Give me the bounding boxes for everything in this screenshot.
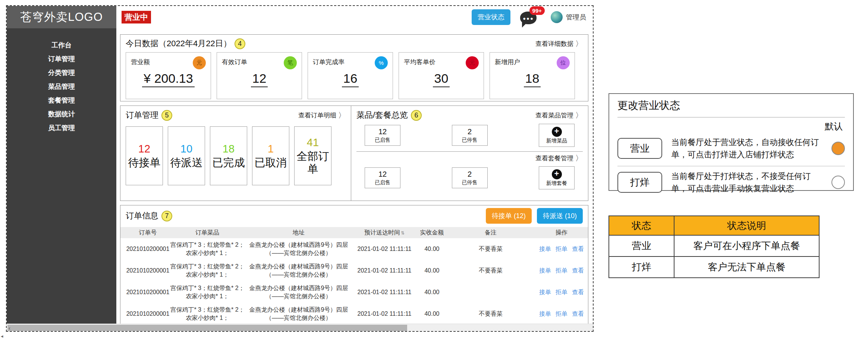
- view-order-link[interactable]: 查看: [572, 311, 584, 317]
- order-status-card[interactable]: 18 已完成: [210, 126, 247, 185]
- order-no: 2021010200001: [120, 238, 170, 260]
- order-address: 金燕龙办公楼（建材城西路9号）四层 （——宾馆北侧办公楼）: [245, 238, 353, 260]
- stat-card: 有效订单 笔 12: [217, 52, 302, 99]
- view-dish-management-link[interactable]: 查看菜品管理: [535, 110, 583, 120]
- order-status-card[interactable]: 1 已取消: [252, 126, 289, 185]
- sidebar-menu: 工作台 订单管理 分类管理 菜品管理 套餐管理 数据统计 员工管理: [7, 38, 116, 135]
- orders-table: 订单号 订单菜品 地址 预计送达时间⇅ 实收金额 备注 操作: [120, 227, 588, 324]
- status-col-header: 状态: [609, 216, 674, 235]
- status-description: 客户无法下单点餐: [674, 256, 819, 278]
- horizontal-scrollbar[interactable]: [7, 324, 593, 332]
- order-dishes: 宫保鸡丁* 3；红烧带鱼* 2；农家小炒肉* 1；: [170, 260, 245, 281]
- status-legend-table: 状态 状态说明 营业 客户可在小程序下单点餐 打烊 客户无法下单点餐: [608, 215, 820, 278]
- content: 今日数据（2022年4月22日） 4 查看详细数据 营业额 元: [116, 28, 593, 324]
- order-dishes: 宫保鸡丁* 3；红烧带鱼* 2；农家小炒肉* 1；: [170, 303, 245, 324]
- order-status-card[interactable]: 10 待派送: [168, 126, 205, 185]
- today-data-title: 今日数据（2022年4月22日）: [126, 38, 232, 49]
- dish-stat-value: 12: [378, 128, 387, 136]
- unit-icon: 位: [557, 56, 570, 69]
- unit-icon: 元: [193, 56, 206, 69]
- sidebar-item[interactable]: 订单管理: [7, 52, 116, 66]
- col-actions: 操作: [534, 227, 588, 238]
- sidebar-item[interactable]: 分类管理: [7, 66, 116, 79]
- business-status-button[interactable]: 营业状态: [472, 9, 510, 25]
- add-combo-button[interactable]: 新增套餐: [539, 166, 575, 189]
- overview-title: 菜品/套餐总览: [356, 110, 408, 121]
- reject-order-link[interactable]: 拒单: [556, 289, 567, 295]
- stat-card: 营业额 元 ¥ 200.13: [126, 52, 211, 99]
- order-filter-button[interactable]: 待接单 (12): [486, 208, 532, 224]
- middle-section: 订单管理 5 查看订单明细 12 待接单: [120, 106, 588, 201]
- topbar: 营业中 营业状态 ●●● 99+ 管理员: [116, 6, 593, 28]
- status-option-button[interactable]: 打烊: [617, 172, 662, 193]
- view-detail-data-link[interactable]: 查看详细数据: [535, 39, 583, 49]
- accept-order-link[interactable]: 接单: [539, 267, 551, 274]
- order-eta: 2021-01-02 11:11:11: [353, 303, 416, 324]
- scrollbar-thumb[interactable]: [7, 325, 407, 332]
- stat-value: 12: [251, 71, 268, 87]
- order-status-label: 全部订单: [295, 150, 331, 175]
- dish-stat-label: 已停售: [462, 137, 478, 144]
- step-badge-7: 7: [161, 211, 172, 221]
- order-row: 2021010200001 宫保鸡丁* 3；红烧带鱼* 2；农家小炒肉* 1； …: [120, 238, 588, 260]
- sidebar-item[interactable]: 套餐管理: [7, 93, 116, 107]
- accept-order-link[interactable]: 接单: [539, 289, 551, 295]
- stat-label: 平均客单价: [404, 56, 435, 66]
- order-eta: 2021-01-02 11:11:11: [353, 260, 416, 281]
- sidebar-item[interactable]: 工作台: [7, 38, 116, 52]
- order-filter-button[interactable]: 待派送 (10): [537, 208, 583, 224]
- change-status-title: 更改营业状态: [617, 98, 845, 117]
- status-legend-header-row: 状态 状态说明: [609, 216, 819, 235]
- view-combo-management-link[interactable]: 查看套餐管理: [535, 153, 583, 163]
- status-radio[interactable]: [831, 142, 845, 155]
- accept-order-link[interactable]: 接单: [539, 311, 551, 317]
- chevron-right-icon: [575, 110, 583, 120]
- order-actions: 接单拒单查看: [534, 238, 588, 260]
- today-cards: 营业额 元 ¥ 200.13 有效订单 笔: [126, 52, 583, 99]
- view-order-link[interactable]: 查看: [572, 246, 584, 252]
- plus-icon: [552, 127, 562, 137]
- accept-order-link[interactable]: 接单: [539, 246, 551, 252]
- sidebar-item[interactable]: 数据统计: [7, 107, 116, 121]
- order-eta: 2021-01-02 11:11:11: [353, 238, 416, 260]
- stat-label: 营业额: [131, 56, 150, 66]
- add-dish-button[interactable]: 新增菜品: [539, 124, 575, 147]
- reject-order-link[interactable]: 拒单: [556, 311, 567, 317]
- order-management-section: 订单管理 5 查看订单明细 12 待接单: [120, 106, 351, 201]
- order-count: 18: [223, 143, 235, 155]
- status-option-button[interactable]: 营业: [617, 138, 662, 159]
- scroll-left-arrow-icon[interactable]: [9, 325, 10, 331]
- view-order-detail-link[interactable]: 查看订单明细: [298, 110, 346, 120]
- reject-order-link[interactable]: 拒单: [556, 267, 567, 274]
- col-dishes: 订单菜品: [170, 227, 245, 238]
- order-remark: 不要香菜: [448, 260, 534, 281]
- user-menu[interactable]: 管理员: [551, 11, 586, 23]
- status-option-row: 打烊 当前餐厅处于打烊状态，不接受任何订单，可点击营业手动恢复营业状态: [617, 166, 845, 200]
- sidebar: 苍穹外卖LOGO 工作台 订单管理 分类管理 菜品管理 套餐管理 数据统计 员工…: [7, 6, 116, 324]
- change-status-panel: 更改营业状态 默认 营业 当前餐厅处于营业状态，自动接收任何订单，可点击打烊进入…: [608, 93, 854, 191]
- reject-order-link[interactable]: 拒单: [556, 246, 567, 252]
- stat-value: 18: [524, 71, 541, 87]
- messages-icon[interactable]: ●●● 99+: [520, 9, 537, 25]
- avatar: [551, 11, 563, 23]
- sort-icon[interactable]: ⇅: [401, 230, 405, 236]
- col-eta[interactable]: 预计送达时间⇅: [353, 227, 416, 238]
- order-row: 2021010200001 宫保鸡丁* 3；红烧带鱼* 2；农家小炒肉* 1； …: [120, 260, 588, 281]
- combo-stat-label: 已启售: [375, 179, 390, 186]
- sidebar-item[interactable]: 菜品管理: [7, 79, 116, 93]
- sidebar-item[interactable]: 员工管理: [7, 121, 116, 135]
- status-legend-row: 营业 客户可在小程序下单点餐: [609, 235, 819, 256]
- stat-label: 订单完成率: [313, 56, 345, 66]
- page-scroll-left-arrow-icon[interactable]: [1, 333, 3, 339]
- order-count: 41: [307, 136, 319, 149]
- order-actions: 接单拒单查看: [534, 303, 588, 324]
- view-order-link[interactable]: 查看: [572, 289, 584, 295]
- order-status-card[interactable]: 12 待接单: [126, 126, 163, 185]
- combo-stat-card: 2 已停售: [452, 167, 488, 188]
- view-order-link[interactable]: 查看: [572, 267, 584, 274]
- dish-overview-cards: 12 已启售 2 已停售 新增菜品: [356, 124, 583, 147]
- order-status-card[interactable]: 41 全部订单: [294, 126, 331, 185]
- status-radio[interactable]: [831, 176, 845, 189]
- overview-divider: [356, 151, 583, 152]
- combo-overview-cards: 12 已启售 2 已停售 新增套餐: [356, 166, 583, 189]
